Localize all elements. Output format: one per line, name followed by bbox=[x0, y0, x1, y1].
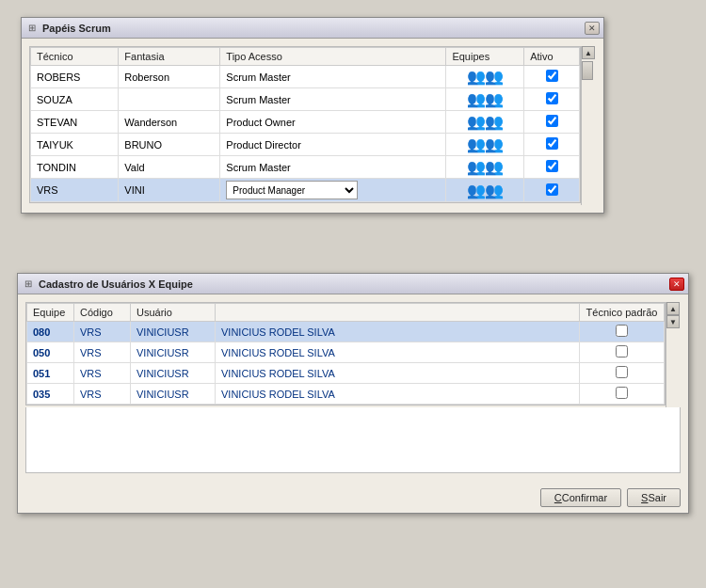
scroll2-down-arrow[interactable]: ▼ bbox=[666, 315, 680, 328]
tecnico-padrao-checkbox[interactable] bbox=[616, 325, 628, 337]
cell-tecnico: TONDIN bbox=[31, 156, 119, 179]
cell-fantasia: BRUNO bbox=[119, 134, 220, 156]
table-row: 050VRSVINICIUSRVINICIUS RODEL SILVA bbox=[27, 342, 665, 363]
teams-icon: 👥👥 bbox=[467, 114, 503, 130]
cell-usuario: VINICIUSR bbox=[131, 322, 216, 342]
cell-tecnico: STEVAN bbox=[31, 111, 119, 134]
teams-icon: 👥👥 bbox=[467, 183, 503, 199]
exit-button[interactable]: SSair bbox=[627, 488, 681, 507]
cell-ativo[interactable] bbox=[524, 156, 580, 179]
window1-content: Técnico Fantasia Tipo Acesso Equipes Ati… bbox=[22, 39, 603, 213]
tecnico-padrao-checkbox[interactable] bbox=[616, 366, 628, 378]
cell-tecnico-padrao[interactable] bbox=[580, 363, 665, 384]
window1-close-button[interactable]: ✕ bbox=[585, 22, 600, 35]
cadastro-table: Equipe Código Usuário Técnico padrão 080… bbox=[26, 303, 665, 405]
empty-area bbox=[25, 407, 681, 473]
tecnico-padrao-checkbox[interactable] bbox=[616, 345, 628, 358]
table-row: ROBERSRobersonScrum Master👥👥 bbox=[31, 66, 580, 88]
teams-icon: 👥👥 bbox=[467, 91, 503, 107]
window1-scrollbar[interactable]: ▲ bbox=[581, 46, 596, 205]
cell-tipo[interactable]: Scrum MasterProduct OwnerProduct Directo… bbox=[220, 179, 446, 202]
cell-ativo[interactable] bbox=[524, 134, 580, 156]
papeis-scrum-table: Técnico Fantasia Tipo Acesso Equipes Ati… bbox=[30, 47, 580, 202]
window2-scrollbar[interactable]: ▲ ▼ bbox=[666, 302, 681, 407]
window2-content: Equipe Código Usuário Técnico padrão 080… bbox=[18, 294, 688, 481]
scroll-thumb[interactable] bbox=[582, 61, 593, 80]
cell-equipe: 051 bbox=[27, 363, 74, 384]
cell-fantasia: Vald bbox=[119, 156, 220, 179]
cell-equipes: 👥👥 bbox=[446, 88, 524, 111]
cell-ativo[interactable] bbox=[524, 66, 580, 88]
col-tipo: Tipo Acesso bbox=[220, 48, 446, 66]
cell-codigo: VRS bbox=[74, 363, 131, 384]
cell-tecnico-padrao[interactable] bbox=[580, 322, 665, 342]
cell-equipe: 035 bbox=[27, 384, 74, 405]
cell-nome: VINICIUS RODEL SILVA bbox=[216, 363, 580, 384]
table-row: STEVANWandersonProduct Owner👥👥 bbox=[31, 111, 580, 134]
cell-tipo: Scrum Master bbox=[220, 156, 446, 179]
confirm-button[interactable]: CConfirmar bbox=[540, 488, 621, 507]
cell-equipes: 👥👥 bbox=[446, 179, 524, 202]
window2-table-wrapper: Equipe Código Usuário Técnico padrão 080… bbox=[25, 302, 666, 405]
cell-ativo[interactable] bbox=[524, 111, 580, 134]
table-row: TAIYUKBRUNOProduct Director👥👥 bbox=[31, 134, 580, 156]
cell-equipe: 050 bbox=[27, 342, 74, 363]
cell-equipes: 👥👥 bbox=[446, 66, 524, 88]
col-codigo: Código bbox=[74, 304, 131, 322]
cell-tipo: Scrum Master bbox=[220, 88, 446, 111]
table-row: TONDINValdScrum Master👥👥 bbox=[31, 156, 580, 179]
cell-equipe: 080 bbox=[27, 322, 74, 342]
ativo-checkbox[interactable] bbox=[546, 92, 558, 104]
cell-nome: VINICIUS RODEL SILVA bbox=[216, 322, 580, 342]
col-ativo: Ativo bbox=[524, 48, 580, 66]
ativo-checkbox[interactable] bbox=[546, 137, 558, 150]
ativo-checkbox[interactable] bbox=[546, 70, 558, 82]
confirm-underline: CConfirmar bbox=[554, 492, 607, 503]
window2-titlebar: ⊞ Cadastro de Usuários X Equipe ✕ bbox=[18, 274, 688, 294]
cell-usuario: VINICIUSR bbox=[131, 363, 216, 384]
ativo-checkbox[interactable] bbox=[546, 183, 558, 196]
cell-tipo: Scrum Master bbox=[220, 66, 446, 88]
cell-equipes: 👥👥 bbox=[446, 134, 524, 156]
teams-icon: 👥👥 bbox=[467, 69, 503, 85]
cell-usuario: VINICIUSR bbox=[131, 384, 216, 405]
table-row: SOUZAScrum Master👥👥 bbox=[31, 88, 580, 111]
cell-ativo[interactable] bbox=[524, 179, 580, 202]
window1-titlebar: ⊞ Papéis Scrum ✕ bbox=[22, 18, 603, 39]
table-row: 080VRSVINICIUSRVINICIUS RODEL SILVA bbox=[27, 322, 665, 342]
window2-table-area: Equipe Código Usuário Técnico padrão 080… bbox=[25, 302, 681, 407]
ativo-checkbox[interactable] bbox=[546, 115, 558, 127]
window1-table-area: Técnico Fantasia Tipo Acesso Equipes Ati… bbox=[29, 46, 596, 205]
cell-usuario: VINICIUSR bbox=[131, 342, 216, 363]
tecnico-padrao-checkbox[interactable] bbox=[616, 387, 628, 399]
cell-tecnico-padrao[interactable] bbox=[580, 384, 665, 405]
cadastro-usuarios-window: ⊞ Cadastro de Usuários X Equipe ✕ Equipe… bbox=[17, 273, 689, 514]
table-row: 035VRSVINICIUSRVINICIUS RODEL SILVA bbox=[27, 384, 665, 405]
ativo-checkbox[interactable] bbox=[546, 160, 558, 172]
cell-ativo[interactable] bbox=[524, 88, 580, 111]
table2-header-row: Equipe Código Usuário Técnico padrão bbox=[27, 304, 665, 322]
table-header-row: Técnico Fantasia Tipo Acesso Equipes Ati… bbox=[31, 48, 580, 66]
cell-fantasia: VINI bbox=[119, 179, 220, 202]
cell-tipo: Product Owner bbox=[220, 111, 446, 134]
cell-tecnico-padrao[interactable] bbox=[580, 342, 665, 363]
scroll-up-arrow[interactable]: ▲ bbox=[582, 46, 595, 59]
window1-icon: ⊞ bbox=[25, 22, 39, 35]
scroll2-up-arrow[interactable]: ▲ bbox=[666, 302, 680, 315]
cell-equipes: 👥👥 bbox=[446, 111, 524, 134]
window1-table-wrapper: Técnico Fantasia Tipo Acesso Equipes Ati… bbox=[29, 46, 581, 203]
cell-tecnico: ROBERS bbox=[31, 66, 119, 88]
window1-title: Papéis Scrum bbox=[42, 23, 111, 34]
table-row: VRSVINIScrum MasterProduct OwnerProduct … bbox=[31, 179, 580, 202]
cell-tipo: Product Director bbox=[220, 134, 446, 156]
cell-tecnico: VRS bbox=[31, 179, 119, 202]
cell-codigo: VRS bbox=[74, 322, 131, 342]
teams-icon: 👥👥 bbox=[467, 159, 503, 175]
window2-close-button[interactable]: ✕ bbox=[669, 278, 684, 291]
window2-footer: CConfirmar SSair bbox=[18, 481, 688, 513]
col-fantasia: Fantasia bbox=[119, 48, 220, 66]
papeis-scrum-window: ⊞ Papéis Scrum ✕ Técnico Fantasia Tipo A… bbox=[21, 17, 604, 214]
tipo-select[interactable]: Scrum MasterProduct OwnerProduct Directo… bbox=[226, 181, 358, 199]
cell-tecnico: SOUZA bbox=[31, 88, 119, 111]
cell-nome: VINICIUS RODEL SILVA bbox=[216, 342, 580, 363]
